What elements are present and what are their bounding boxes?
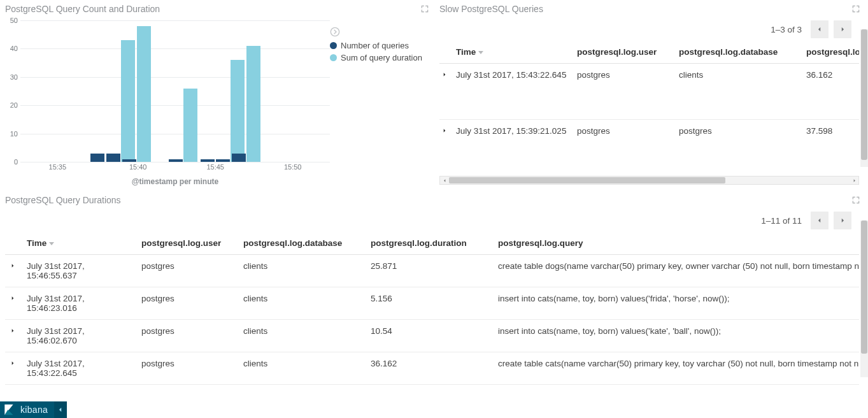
x-tick-label: 15:45 bbox=[206, 163, 224, 171]
vertical-scrollbar[interactable] bbox=[860, 220, 868, 377]
scroll-right-icon[interactable] bbox=[850, 177, 858, 184]
panel-title: PostgreSQL Query Count and Duration bbox=[5, 4, 160, 14]
cell-time: July 31st 2017, 15:46:55.637 bbox=[27, 255, 141, 287]
scroll-left-icon[interactable] bbox=[440, 177, 449, 184]
column-header[interactable]: postgresql.log.database bbox=[243, 233, 371, 255]
legend-label: Number of queries bbox=[341, 41, 409, 50]
pager-next-button[interactable] bbox=[834, 20, 851, 38]
cell-user: postgres bbox=[577, 120, 679, 174]
sort-desc-icon bbox=[49, 242, 54, 245]
x-tick-label: 15:40 bbox=[129, 163, 147, 171]
kibana-brand[interactable]: kibana bbox=[0, 401, 54, 418]
kibana-logo-icon bbox=[3, 403, 15, 416]
expand-row-button[interactable] bbox=[5, 320, 27, 352]
column-header[interactable]: postgresql.log. bbox=[806, 42, 859, 64]
y-tick-label: 40 bbox=[5, 45, 18, 52]
chart-bar[interactable] bbox=[216, 159, 230, 162]
cell-time: July 31st 2017, 15:40:54.310 bbox=[27, 385, 141, 393]
table-row[interactable]: July 31st 2017, 15:43:22.645postgresclie… bbox=[439, 64, 859, 120]
cell-query: create table cats(name varchar(50) prima… bbox=[498, 352, 859, 385]
legend-item[interactable]: Number of queries bbox=[330, 41, 425, 50]
expand-row-button[interactable] bbox=[439, 64, 456, 120]
table-row[interactable]: July 31st 2017, 15:40:54.310postgresclie… bbox=[5, 385, 859, 393]
expand-row-button[interactable] bbox=[439, 120, 456, 174]
panel-slow-queries: Slow PostgreSQL Queries 1–3 of 3 Timepos… bbox=[434, 0, 868, 191]
cell-dur: 26.082 bbox=[371, 385, 498, 393]
expand-row-button[interactable] bbox=[5, 287, 27, 320]
cell-dur: 36.162 bbox=[806, 64, 859, 120]
chart-bar[interactable] bbox=[169, 159, 183, 162]
panel-title: Slow PostgreSQL Queries bbox=[439, 4, 543, 14]
chart-bar[interactable] bbox=[201, 159, 215, 162]
x-axis-label: @timestamp per minute bbox=[20, 177, 330, 186]
table-row[interactable]: July 31st 2017, 15:46:02.670postgresclie… bbox=[5, 320, 859, 352]
legend-collapse-icon[interactable] bbox=[330, 27, 340, 37]
horizontal-scrollbar[interactable] bbox=[439, 176, 859, 185]
cell-user: postgres bbox=[141, 287, 243, 320]
cell-db: clients bbox=[243, 385, 371, 393]
y-tick-label: 0 bbox=[5, 158, 18, 166]
column-header[interactable]: postgresql.log.database bbox=[679, 42, 806, 64]
column-header[interactable]: postgresql.log.duration bbox=[371, 233, 498, 255]
expand-row-button[interactable] bbox=[5, 255, 27, 287]
column-header[interactable]: Time bbox=[456, 42, 577, 64]
pager-next-button[interactable] bbox=[834, 212, 851, 229]
chart-bar[interactable] bbox=[121, 40, 135, 162]
pager-prev-button[interactable] bbox=[811, 20, 829, 38]
kibana-brand-label: kibana bbox=[20, 405, 48, 415]
cell-user: postgres bbox=[141, 385, 243, 393]
pager-prev-button[interactable] bbox=[811, 212, 829, 229]
chart-bar[interactable] bbox=[231, 60, 245, 162]
cell-user: postgres bbox=[577, 64, 679, 120]
bar-chart[interactable]: 01020304050 15:3515:4015:4515:50 @timest… bbox=[5, 14, 330, 187]
chart-bar[interactable] bbox=[137, 26, 151, 162]
kibana-footer: kibana bbox=[0, 401, 868, 418]
x-tick-label: 15:50 bbox=[284, 163, 302, 171]
cell-time: July 31st 2017, 15:39:21.025 bbox=[456, 120, 577, 174]
table-row[interactable]: July 31st 2017, 15:46:55.637postgresclie… bbox=[5, 255, 859, 287]
panel-query-durations: PostgreSQL Query Durations 1–11 of 11 Ti… bbox=[0, 191, 868, 401]
y-tick-label: 50 bbox=[5, 17, 18, 24]
chart-bar[interactable] bbox=[232, 154, 246, 162]
expand-icon[interactable] bbox=[851, 196, 860, 205]
cell-time: July 31st 2017, 15:43:22.645 bbox=[27, 352, 141, 385]
table-row[interactable]: July 31st 2017, 15:43:22.645postgresclie… bbox=[5, 352, 859, 385]
chart-bar[interactable] bbox=[90, 154, 104, 162]
cell-query: insert into cats(name, toy, born) values… bbox=[498, 287, 859, 320]
column-header[interactable]: Time bbox=[27, 233, 141, 255]
cell-db: clients bbox=[243, 287, 371, 320]
expand-icon[interactable] bbox=[420, 4, 429, 13]
legend-item[interactable]: Sum of query duration bbox=[330, 53, 425, 62]
column-header[interactable]: postgresql.log.user bbox=[577, 42, 679, 64]
expand-row-button[interactable] bbox=[5, 385, 27, 393]
column-header[interactable]: postgresql.log.user bbox=[141, 233, 243, 255]
column-header[interactable]: postgresql.log.query bbox=[498, 233, 859, 255]
cell-query: insert into cats(name, toy, born) values… bbox=[498, 320, 859, 352]
chart-bar[interactable] bbox=[183, 89, 197, 162]
legend-swatch-icon bbox=[330, 42, 337, 49]
cell-dur: 37.598 bbox=[806, 120, 859, 174]
legend-swatch-icon bbox=[330, 54, 337, 61]
cell-dur: 10.54 bbox=[371, 320, 498, 352]
chart-bar[interactable] bbox=[246, 46, 260, 162]
cell-query: create table dogs(name varchar(50) prima… bbox=[498, 255, 859, 287]
y-tick-label: 10 bbox=[5, 130, 18, 138]
footer-collapse-button[interactable] bbox=[54, 401, 67, 418]
cell-query: SELECT n.nspname as "Schema", c.relname … bbox=[498, 385, 859, 393]
vertical-scrollbar[interactable] bbox=[860, 29, 868, 167]
cell-time: July 31st 2017, 15:46:02.670 bbox=[27, 320, 141, 352]
sort-desc-icon bbox=[478, 51, 483, 54]
cell-user: postgres bbox=[141, 255, 243, 287]
cell-db: clients bbox=[243, 255, 371, 287]
expand-row-button[interactable] bbox=[5, 352, 27, 385]
query-durations-table: Timepostgresql.log.userpostgresql.log.da… bbox=[5, 233, 859, 393]
table-row[interactable]: July 31st 2017, 15:46:23.016postgresclie… bbox=[5, 287, 859, 320]
chart-bar[interactable] bbox=[122, 159, 136, 162]
pager-status: 1–11 of 11 bbox=[761, 216, 802, 226]
table-row[interactable]: July 31st 2017, 15:39:21.025postgrespost… bbox=[439, 120, 859, 174]
cell-dur: 36.162 bbox=[371, 352, 498, 385]
panel-title: PostgreSQL Query Durations bbox=[5, 195, 121, 205]
expand-icon[interactable] bbox=[851, 4, 860, 13]
chart-bar[interactable] bbox=[106, 154, 120, 162]
cell-user: postgres bbox=[141, 352, 243, 385]
